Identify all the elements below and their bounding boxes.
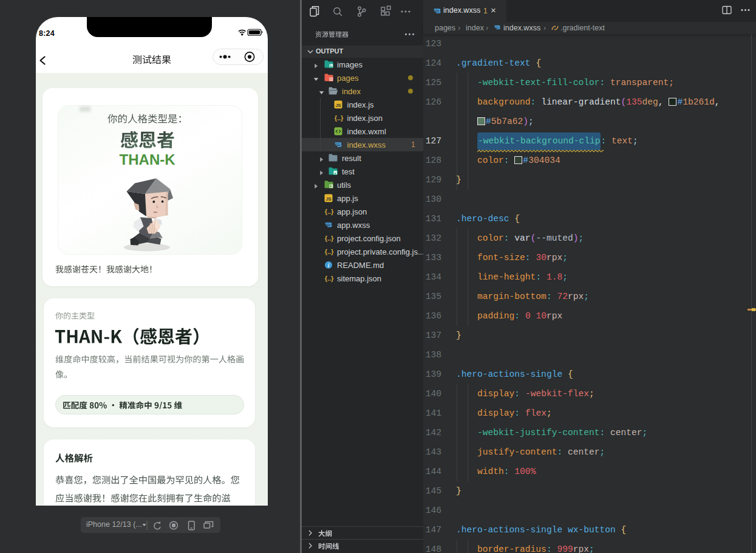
svg-text:JS: JS: [335, 103, 341, 108]
svg-text:{..}: {..}: [325, 235, 334, 242]
svg-text:JS: JS: [325, 196, 331, 202]
svg-text:{..}: {..}: [325, 248, 334, 255]
svg-text:{..}: {..}: [325, 208, 334, 215]
svg-text:i: i: [328, 263, 330, 269]
svg-text:{..}: {..}: [335, 114, 344, 122]
svg-text:{..}: {..}: [325, 275, 334, 282]
